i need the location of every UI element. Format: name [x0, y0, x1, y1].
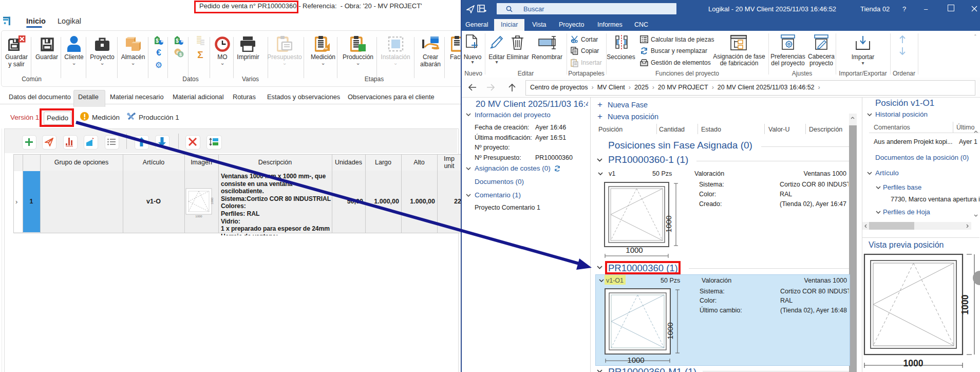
svg-text:1000: 1000 — [903, 358, 924, 368]
svg-text:$: $ — [179, 52, 182, 57]
svg-text:1000: 1000 — [626, 246, 643, 254]
svg-text:1000: 1000 — [666, 322, 674, 339]
svg-text:1000: 1000 — [195, 215, 202, 218]
svg-text:1000: 1000 — [960, 294, 970, 314]
svg-text:$: $ — [176, 38, 179, 44]
svg-text:1000: 1000 — [664, 215, 673, 232]
svg-text:1000: 1000 — [211, 197, 214, 204]
svg-text:$: $ — [156, 38, 159, 44]
svg-text:1000: 1000 — [627, 356, 644, 364]
